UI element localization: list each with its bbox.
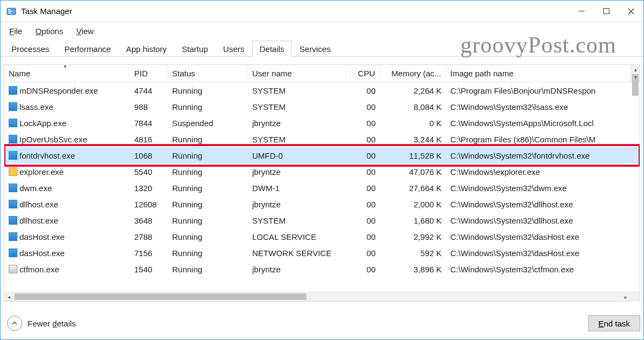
table-row[interactable]: lsass.exe988RunningSYSTEM008,084 KC:\Win… xyxy=(4,99,640,115)
cell-name: fontdrvhost.exe xyxy=(19,151,75,160)
cell-mem: 3,244 K xyxy=(380,135,446,144)
menu-view[interactable]: View xyxy=(71,25,99,37)
process-icon xyxy=(9,216,17,225)
table-row[interactable]: IpOverUsbSvc.exe4816RunningSYSTEM003,244… xyxy=(4,131,640,147)
header-cpu[interactable]: CPU xyxy=(351,65,380,82)
vertical-scrollbar[interactable]: ▴ ▾ xyxy=(630,65,640,82)
scroll-left-icon[interactable]: ◂ xyxy=(4,294,14,300)
cell-path: C:\Windows\System32\fontdrvhost.exe xyxy=(446,151,632,160)
table-row[interactable]: dllhost.exe12608Runningjbryntze002,000 K… xyxy=(4,196,640,212)
cell-path: C:\Windows\SystemApps\Microsoft.Locl xyxy=(446,119,632,128)
horizontal-scrollbar[interactable]: ◂ ▸ xyxy=(4,292,640,301)
tab-users[interactable]: Users xyxy=(215,41,252,57)
cell-pid: 7844 xyxy=(130,119,168,128)
table-row[interactable]: dasHost.exe7156RunningNETWORK SERVICE005… xyxy=(4,245,640,261)
table-row[interactable]: dasHost.exe2788RunningLOCAL SERVICE002,9… xyxy=(4,228,640,245)
cell-user: jbryntze xyxy=(248,200,351,209)
cell-name: dasHost.exe xyxy=(19,249,64,258)
cell-user: NETWORK SERVICE xyxy=(248,249,351,258)
table-row[interactable]: LockApp.exe7844Suspendedjbryntze000 KC:\… xyxy=(4,115,640,131)
header-user[interactable]: User name xyxy=(248,65,351,82)
process-icon xyxy=(9,151,17,160)
cell-status: Running xyxy=(168,102,248,112)
tabstrip: ProcessesPerformanceApp historyStartupUs… xyxy=(1,38,643,57)
cell-pid: 988 xyxy=(130,102,168,112)
cell-cpu: 00 xyxy=(351,151,380,160)
svg-rect-3 xyxy=(8,12,11,14)
svg-rect-1 xyxy=(8,9,10,10)
scroll-right-icon[interactable]: ▸ xyxy=(621,294,630,300)
chevron-up-icon xyxy=(7,316,22,331)
scroll-down-icon[interactable]: ▾ xyxy=(631,73,640,82)
cell-status: Suspended xyxy=(168,119,248,128)
titlebar[interactable]: Task Manager xyxy=(1,1,643,22)
menu-options[interactable]: Options xyxy=(30,25,69,37)
cell-cpu: 00 xyxy=(351,265,380,274)
header-status[interactable]: Status xyxy=(168,65,248,82)
app-icon xyxy=(6,6,17,17)
cell-user: jbryntze xyxy=(248,265,351,274)
process-icon xyxy=(9,184,17,192)
cell-user: SYSTEM xyxy=(248,102,351,112)
end-task-button[interactable]: End task xyxy=(588,315,640,331)
cell-cpu: 00 xyxy=(351,249,380,258)
table-row[interactable]: explorer.exe5540Runningjbryntze0047,076 … xyxy=(4,164,640,180)
table-row[interactable] xyxy=(4,277,640,284)
svg-rect-5 xyxy=(603,9,609,14)
cell-path: C:\Windows\System32\dasHost.exe xyxy=(446,232,632,241)
cell-status: Running xyxy=(168,86,248,95)
task-manager-window: Task Manager File Options View Processes… xyxy=(0,0,644,340)
tab-startup[interactable]: Startup xyxy=(174,41,215,57)
cell-cpu: 00 xyxy=(351,200,380,209)
minimize-button[interactable] xyxy=(569,1,594,22)
process-icon xyxy=(9,135,17,143)
cell-cpu: 00 xyxy=(351,184,380,193)
cell-path: C:\Windows\System32\dasHost.exe xyxy=(446,249,632,258)
cell-status: Running xyxy=(168,167,248,176)
tab-services[interactable]: Services xyxy=(292,41,338,57)
table-row[interactable]: dllhost.exe3648RunningSYSTEM001,680 KC:\… xyxy=(4,212,640,228)
cell-status: Running xyxy=(168,232,248,241)
cell-status: Running xyxy=(168,135,248,144)
header-name[interactable]: Name xyxy=(4,65,130,82)
table-row[interactable]: ctfmon.exe1540Runningjbryntze003,896 KC:… xyxy=(4,261,640,277)
cell-user: LOCAL SERVICE xyxy=(248,232,351,241)
cell-path: C:\Program Files (x86)\Common Files\M xyxy=(446,135,632,144)
cell-cpu: 00 xyxy=(351,119,380,128)
cell-status: Running xyxy=(168,249,248,258)
fewer-details-button[interactable]: Fewer details xyxy=(4,316,76,331)
cell-status: Running xyxy=(168,265,248,274)
cell-mem: 11,528 K xyxy=(380,151,446,160)
cell-path: C:\Windows\System32\dwm.exe xyxy=(446,184,632,193)
menu-file[interactable]: File xyxy=(4,25,28,37)
cell-user: SYSTEM xyxy=(248,86,351,95)
tab-processes[interactable]: Processes xyxy=(4,41,57,57)
tab-performance[interactable]: Performance xyxy=(57,41,119,57)
hscroll-thumb[interactable] xyxy=(15,293,306,300)
cell-name: ctfmon.exe xyxy=(19,265,59,274)
header-pid[interactable]: PID xyxy=(130,65,168,82)
cell-name: dasHost.exe xyxy=(19,232,64,241)
table-body: mDNSResponder.exe4744RunningSYSTEM002,26… xyxy=(4,82,640,292)
cell-name: dllhost.exe xyxy=(19,216,58,225)
cell-user: UMFD-0 xyxy=(248,151,351,160)
table-row[interactable]: fontdrvhost.exe1068RunningUMFD-00011,528… xyxy=(4,147,640,164)
cell-mem: 0 K xyxy=(380,119,446,128)
sort-indicator-icon: ▾ xyxy=(64,63,67,69)
cell-path: C:\Windows\System32\dllhost.exe xyxy=(446,216,632,225)
tab-details[interactable]: Details xyxy=(252,41,292,57)
close-button[interactable] xyxy=(619,1,643,22)
cell-mem: 27,664 K xyxy=(380,184,446,193)
table-row[interactable]: mDNSResponder.exe4744RunningSYSTEM002,26… xyxy=(4,82,640,99)
tab-app-history[interactable]: App history xyxy=(119,41,174,57)
process-icon xyxy=(9,86,17,95)
cell-name: mDNSResponder.exe xyxy=(19,86,98,95)
cell-pid: 12608 xyxy=(130,200,168,209)
header-memory[interactable]: Memory (ac... xyxy=(380,65,446,82)
header-path[interactable]: Image path name xyxy=(446,65,632,82)
cell-cpu: 00 xyxy=(351,216,380,225)
cell-path: C:\Windows\explorer.exe xyxy=(446,167,632,176)
cell-cpu: 00 xyxy=(351,86,380,95)
maximize-button[interactable] xyxy=(594,1,619,22)
table-row[interactable]: dwm.exe1320RunningDWM-10027,664 KC:\Wind… xyxy=(4,180,640,196)
